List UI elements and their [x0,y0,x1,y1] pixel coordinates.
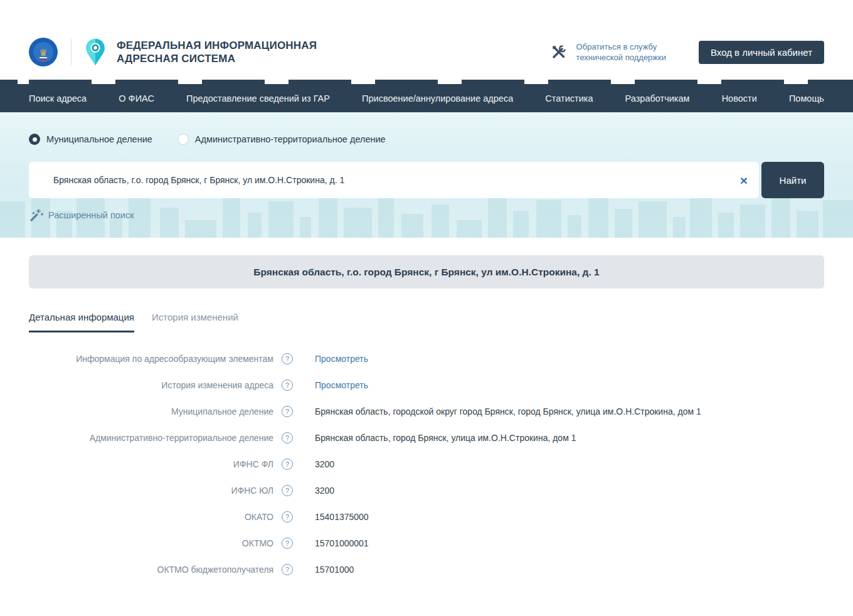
detail-label: ОКАТО [29,512,273,522]
detail-row: История изменения адреса ? Просмотреть [29,372,824,398]
nav-item[interactable]: Предоставление сведений из ГАР [186,93,330,104]
nav-top-notches [0,80,853,84]
detail-label: Муниципальное деление [29,406,273,417]
detail-value: 15701000001 [315,538,369,548]
fns-emblem-logo[interactable]: ♛ [29,38,58,66]
fns-emblem-inner: ♛ [33,42,53,62]
detail-label: ИФНС ФЛ [29,459,273,469]
question-icon[interactable]: ? [282,538,293,549]
main-nav: Поиск адреса О ФИАС Предоставление сведе… [0,84,853,112]
radio-unselected-icon[interactable] [177,134,189,145]
tab[interactable]: История изменений [152,312,238,332]
nav-item[interactable]: Поиск адреса [29,93,87,104]
fias-pin-logo[interactable] [85,38,106,66]
detail-label: Информация по адресообразующим элементам [29,354,273,364]
nav-item[interactable]: Новости [722,93,757,104]
login-button[interactable]: Вход в личный кабинет [699,41,824,64]
fias-page: ♛ ФЕДЕРАЛЬНАЯ ИНФОРМ [0,0,853,616]
content: Брянская область, г.о. город Брянск, г Б… [0,255,853,614]
detail-value[interactable]: Просмотреть [315,380,368,390]
search-row: × Найти [29,162,824,198]
nav-item[interactable]: Статистика [545,93,593,104]
support-link[interactable]: Обратиться в службу технической поддержк… [551,41,666,63]
advanced-search-link[interactable]: Расширенный поиск [29,208,134,223]
logo-divider [71,39,72,65]
detail-value: 3200 [315,459,334,469]
division-radio-group: Муниципальное деление Административно-те… [29,134,824,145]
header: ♛ ФЕДЕРАЛЬНАЯ ИНФОРМ [0,24,853,80]
clear-search-icon[interactable]: × [740,174,748,187]
detail-row: ИФНС ФЛ ? 3200 [29,451,824,477]
question-icon[interactable]: ? [282,406,293,417]
radio-administrative[interactable]: Административно-территориальное деление [177,134,386,145]
search-section: Муниципальное деление Административно-те… [0,112,853,238]
detail-row: Информация по адресообразующим элементам… [29,346,824,372]
question-icon[interactable]: ? [282,564,293,575]
detail-value: Брянская область, город Брянск, улица им… [315,433,576,443]
nav-item[interactable]: О ФИАС [119,93,154,104]
address-search-input[interactable] [29,162,759,198]
radio-administrative-label: Административно-территориальное деление [195,134,386,144]
detail-row: Административно-территориальное деление … [29,425,824,451]
details-list: Информация по адресообразующим элементам… [29,346,824,614]
detail-value[interactable]: Просмотреть [315,354,368,364]
detail-row: ОКТМО бюджетополучателя ? 15701000 [29,556,824,583]
detail-label: ОКТМО бюджетополучателя [29,565,273,575]
support-text: Обратиться в службу технической поддержк… [576,41,666,63]
advanced-search-label: Расширенный поиск [48,210,134,220]
logo-group: ♛ ФЕДЕРАЛЬНАЯ ИНФОРМ [29,38,317,66]
tab[interactable]: Детальная информация [29,312,134,332]
address-banner: Брянская область, г.о. город Брянск, г Б… [29,255,824,289]
detail-label: Административно-территориальное деление [29,433,273,443]
tabs: Детальная информация История изменений [29,312,824,333]
nav-item[interactable]: Присвоение/аннулирование адреса [362,93,513,104]
find-button[interactable]: Найти [761,162,824,198]
address-banner-text: Брянская область, г.о. город Брянск, г Б… [253,267,599,278]
tools-icon [551,44,567,60]
eagle-icon: ♛ [39,48,47,57]
question-icon[interactable]: ? [282,485,293,496]
site-title: ФЕДЕРАЛЬНАЯ ИНФОРМАЦИОННАЯ АДРЕСНАЯ СИСТ… [117,39,317,65]
radio-municipal-label: Муниципальное деление [46,134,152,144]
detail-label: ОКТМО [29,538,273,548]
search-input-wrap: × [29,162,759,198]
question-icon[interactable]: ? [282,459,293,470]
nav-item[interactable]: Разработчикам [625,93,690,104]
detail-row: ИФНС ЮЛ ? 3200 [29,477,824,504]
detail-label: История изменения адреса [29,380,273,390]
magic-wand-icon [29,208,44,223]
detail-row: ОКТМО ? 15701000001 [29,530,824,556]
nav-item[interactable]: Помощь [789,93,824,104]
question-icon[interactable]: ? [282,353,293,364]
detail-value: 15401375000 [315,512,369,522]
top-whitespace [0,0,853,24]
detail-value: 3200 [315,486,334,496]
detail-value: Брянская область, городской округ город … [315,406,701,417]
detail-value: 15701000 [315,565,354,575]
detail-row: ОКАТО ? 15401375000 [29,504,824,530]
question-icon[interactable]: ? [282,380,293,391]
detail-label: ИФНС ЮЛ [29,486,273,496]
russian-flag-icon [40,57,47,61]
detail-row: Муниципальное деление ? Брянская область… [29,398,824,425]
question-icon[interactable]: ? [282,511,293,523]
question-icon[interactable]: ? [282,432,293,443]
radio-selected-icon[interactable] [29,134,40,145]
radio-municipal[interactable]: Муниципальное деление [29,134,152,145]
header-right: Обратиться в службу технической поддержк… [551,41,824,64]
